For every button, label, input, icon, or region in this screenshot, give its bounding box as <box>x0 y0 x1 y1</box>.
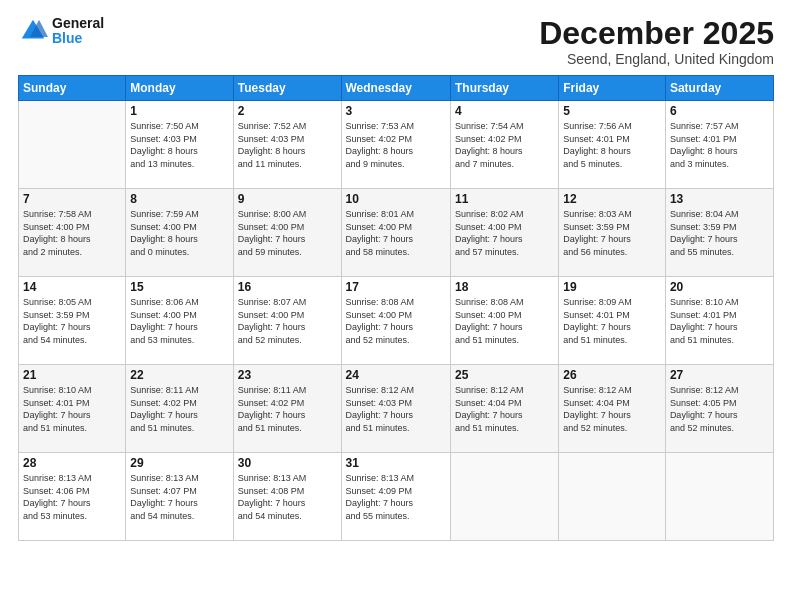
calendar-cell: 29Sunrise: 8:13 AM Sunset: 4:07 PM Dayli… <box>126 453 233 541</box>
calendar-cell <box>450 453 558 541</box>
calendar-cell: 14Sunrise: 8:05 AM Sunset: 3:59 PM Dayli… <box>19 277 126 365</box>
day-number: 14 <box>23 280 121 294</box>
day-number: 24 <box>346 368 446 382</box>
calendar-cell: 5Sunrise: 7:56 AM Sunset: 4:01 PM Daylig… <box>559 101 666 189</box>
day-info: Sunrise: 8:11 AM Sunset: 4:02 PM Dayligh… <box>130 384 228 434</box>
calendar-header-tuesday: Tuesday <box>233 76 341 101</box>
day-number: 27 <box>670 368 769 382</box>
day-info: Sunrise: 8:02 AM Sunset: 4:00 PM Dayligh… <box>455 208 554 258</box>
calendar-cell: 31Sunrise: 8:13 AM Sunset: 4:09 PM Dayli… <box>341 453 450 541</box>
day-info: Sunrise: 8:04 AM Sunset: 3:59 PM Dayligh… <box>670 208 769 258</box>
day-info: Sunrise: 8:12 AM Sunset: 4:03 PM Dayligh… <box>346 384 446 434</box>
calendar-header-row: SundayMondayTuesdayWednesdayThursdayFrid… <box>19 76 774 101</box>
location: Seend, England, United Kingdom <box>539 51 774 67</box>
day-number: 18 <box>455 280 554 294</box>
calendar-cell: 23Sunrise: 8:11 AM Sunset: 4:02 PM Dayli… <box>233 365 341 453</box>
day-number: 22 <box>130 368 228 382</box>
calendar-cell: 4Sunrise: 7:54 AM Sunset: 4:02 PM Daylig… <box>450 101 558 189</box>
calendar-cell: 13Sunrise: 8:04 AM Sunset: 3:59 PM Dayli… <box>665 189 773 277</box>
calendar-header-wednesday: Wednesday <box>341 76 450 101</box>
calendar-cell <box>665 453 773 541</box>
day-number: 8 <box>130 192 228 206</box>
day-number: 7 <box>23 192 121 206</box>
calendar-week-2: 7Sunrise: 7:58 AM Sunset: 4:00 PM Daylig… <box>19 189 774 277</box>
day-number: 2 <box>238 104 337 118</box>
calendar-cell: 6Sunrise: 7:57 AM Sunset: 4:01 PM Daylig… <box>665 101 773 189</box>
day-number: 1 <box>130 104 228 118</box>
day-info: Sunrise: 7:58 AM Sunset: 4:00 PM Dayligh… <box>23 208 121 258</box>
calendar-cell: 15Sunrise: 8:06 AM Sunset: 4:00 PM Dayli… <box>126 277 233 365</box>
day-number: 21 <box>23 368 121 382</box>
calendar-cell: 20Sunrise: 8:10 AM Sunset: 4:01 PM Dayli… <box>665 277 773 365</box>
calendar-cell: 27Sunrise: 8:12 AM Sunset: 4:05 PM Dayli… <box>665 365 773 453</box>
day-info: Sunrise: 8:07 AM Sunset: 4:00 PM Dayligh… <box>238 296 337 346</box>
day-info: Sunrise: 7:53 AM Sunset: 4:02 PM Dayligh… <box>346 120 446 170</box>
calendar-cell: 10Sunrise: 8:01 AM Sunset: 4:00 PM Dayli… <box>341 189 450 277</box>
day-info: Sunrise: 7:54 AM Sunset: 4:02 PM Dayligh… <box>455 120 554 170</box>
logo: General Blue <box>18 16 104 47</box>
day-info: Sunrise: 8:13 AM Sunset: 4:06 PM Dayligh… <box>23 472 121 522</box>
day-number: 16 <box>238 280 337 294</box>
calendar-cell <box>559 453 666 541</box>
day-info: Sunrise: 8:08 AM Sunset: 4:00 PM Dayligh… <box>346 296 446 346</box>
calendar-header-sunday: Sunday <box>19 76 126 101</box>
calendar-cell: 1Sunrise: 7:50 AM Sunset: 4:03 PM Daylig… <box>126 101 233 189</box>
day-number: 30 <box>238 456 337 470</box>
calendar-cell: 18Sunrise: 8:08 AM Sunset: 4:00 PM Dayli… <box>450 277 558 365</box>
calendar-week-4: 21Sunrise: 8:10 AM Sunset: 4:01 PM Dayli… <box>19 365 774 453</box>
calendar-week-1: 1Sunrise: 7:50 AM Sunset: 4:03 PM Daylig… <box>19 101 774 189</box>
calendar-week-3: 14Sunrise: 8:05 AM Sunset: 3:59 PM Dayli… <box>19 277 774 365</box>
calendar-cell: 24Sunrise: 8:12 AM Sunset: 4:03 PM Dayli… <box>341 365 450 453</box>
day-info: Sunrise: 8:10 AM Sunset: 4:01 PM Dayligh… <box>670 296 769 346</box>
day-info: Sunrise: 8:01 AM Sunset: 4:00 PM Dayligh… <box>346 208 446 258</box>
day-info: Sunrise: 8:12 AM Sunset: 4:04 PM Dayligh… <box>455 384 554 434</box>
calendar: SundayMondayTuesdayWednesdayThursdayFrid… <box>18 75 774 541</box>
calendar-cell: 21Sunrise: 8:10 AM Sunset: 4:01 PM Dayli… <box>19 365 126 453</box>
calendar-cell: 25Sunrise: 8:12 AM Sunset: 4:04 PM Dayli… <box>450 365 558 453</box>
day-number: 31 <box>346 456 446 470</box>
page: General Blue December 2025 Seend, Englan… <box>0 0 792 612</box>
calendar-cell: 28Sunrise: 8:13 AM Sunset: 4:06 PM Dayli… <box>19 453 126 541</box>
day-number: 6 <box>670 104 769 118</box>
header: General Blue December 2025 Seend, Englan… <box>18 16 774 67</box>
day-info: Sunrise: 8:06 AM Sunset: 4:00 PM Dayligh… <box>130 296 228 346</box>
day-number: 26 <box>563 368 661 382</box>
calendar-header-friday: Friday <box>559 76 666 101</box>
calendar-cell: 17Sunrise: 8:08 AM Sunset: 4:00 PM Dayli… <box>341 277 450 365</box>
day-info: Sunrise: 8:12 AM Sunset: 4:05 PM Dayligh… <box>670 384 769 434</box>
logo-icon <box>18 16 48 46</box>
calendar-cell: 8Sunrise: 7:59 AM Sunset: 4:00 PM Daylig… <box>126 189 233 277</box>
day-info: Sunrise: 8:13 AM Sunset: 4:09 PM Dayligh… <box>346 472 446 522</box>
day-number: 9 <box>238 192 337 206</box>
day-info: Sunrise: 8:11 AM Sunset: 4:02 PM Dayligh… <box>238 384 337 434</box>
month-title: December 2025 <box>539 16 774 51</box>
day-number: 10 <box>346 192 446 206</box>
calendar-cell <box>19 101 126 189</box>
calendar-week-5: 28Sunrise: 8:13 AM Sunset: 4:06 PM Dayli… <box>19 453 774 541</box>
day-info: Sunrise: 8:05 AM Sunset: 3:59 PM Dayligh… <box>23 296 121 346</box>
day-info: Sunrise: 7:57 AM Sunset: 4:01 PM Dayligh… <box>670 120 769 170</box>
calendar-header-monday: Monday <box>126 76 233 101</box>
day-info: Sunrise: 8:13 AM Sunset: 4:08 PM Dayligh… <box>238 472 337 522</box>
day-number: 3 <box>346 104 446 118</box>
day-number: 25 <box>455 368 554 382</box>
day-info: Sunrise: 8:12 AM Sunset: 4:04 PM Dayligh… <box>563 384 661 434</box>
day-number: 28 <box>23 456 121 470</box>
day-number: 12 <box>563 192 661 206</box>
title-area: December 2025 Seend, England, United Kin… <box>539 16 774 67</box>
calendar-header-thursday: Thursday <box>450 76 558 101</box>
calendar-cell: 11Sunrise: 8:02 AM Sunset: 4:00 PM Dayli… <box>450 189 558 277</box>
calendar-cell: 22Sunrise: 8:11 AM Sunset: 4:02 PM Dayli… <box>126 365 233 453</box>
calendar-cell: 2Sunrise: 7:52 AM Sunset: 4:03 PM Daylig… <box>233 101 341 189</box>
day-number: 15 <box>130 280 228 294</box>
calendar-cell: 16Sunrise: 8:07 AM Sunset: 4:00 PM Dayli… <box>233 277 341 365</box>
day-number: 23 <box>238 368 337 382</box>
day-number: 5 <box>563 104 661 118</box>
calendar-cell: 30Sunrise: 8:13 AM Sunset: 4:08 PM Dayli… <box>233 453 341 541</box>
day-info: Sunrise: 7:52 AM Sunset: 4:03 PM Dayligh… <box>238 120 337 170</box>
day-info: Sunrise: 8:08 AM Sunset: 4:00 PM Dayligh… <box>455 296 554 346</box>
day-info: Sunrise: 7:56 AM Sunset: 4:01 PM Dayligh… <box>563 120 661 170</box>
logo-text: General Blue <box>52 16 104 47</box>
calendar-cell: 12Sunrise: 8:03 AM Sunset: 3:59 PM Dayli… <box>559 189 666 277</box>
day-number: 29 <box>130 456 228 470</box>
